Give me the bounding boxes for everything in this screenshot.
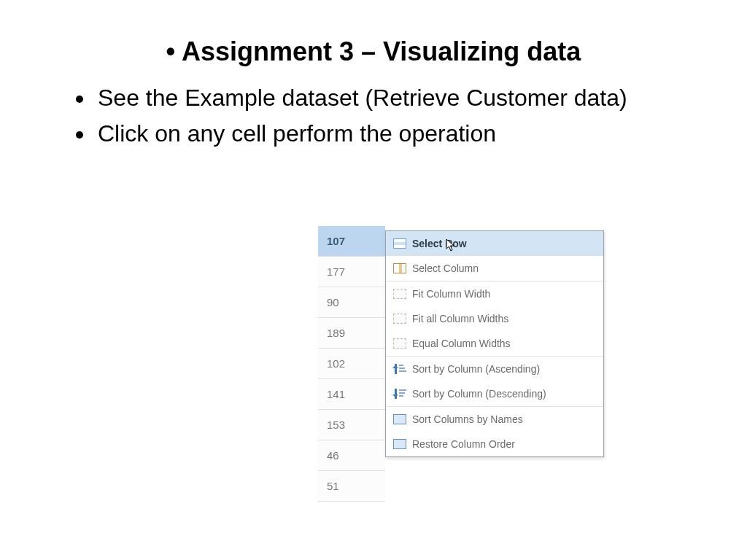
menu-item-label: Select Row xyxy=(412,238,467,249)
table-cell[interactable]: 90 xyxy=(318,287,385,318)
bullet-item: See the Example dataset (Retrieve Custom… xyxy=(95,82,681,114)
menu-item-sort-columns-by-names[interactable]: Sort Columns by Names xyxy=(386,407,603,432)
sort-asc-icon xyxy=(393,364,406,374)
table-cell[interactable]: 141 xyxy=(318,379,385,410)
menu-item-label: Fit Column Width xyxy=(412,288,490,300)
menu-item-equal-column-widths[interactable]: Equal Column Widths xyxy=(386,331,603,356)
table-cell[interactable]: 46 xyxy=(318,440,385,471)
bullet-item: Click on any cell perform the operation xyxy=(95,118,681,149)
context-menu: Select Row Select Column Fit Column Widt… xyxy=(385,230,604,457)
menu-item-label: Restore Column Order xyxy=(412,438,515,450)
menu-item-restore-column-order[interactable]: Restore Column Order xyxy=(386,432,603,456)
slide-title: Assignment 3 – Visualizing data xyxy=(66,35,681,69)
restore-order-icon xyxy=(393,439,406,449)
table-cell[interactable]: 107 xyxy=(318,226,385,257)
menu-item-label: Equal Column Widths xyxy=(412,338,511,349)
menu-item-label: Sort Columns by Names xyxy=(412,413,523,425)
title-area: Assignment 3 – Visualizing data xyxy=(0,35,747,69)
menu-item-label: Sort by Column (Descending) xyxy=(412,388,546,400)
menu-item-sort-asc[interactable]: Sort by Column (Ascending) xyxy=(386,357,603,381)
table-cell[interactable]: 153 xyxy=(318,410,385,440)
menu-item-label: Select Column xyxy=(412,262,479,274)
menu-item-fit-column-width[interactable]: Fit Column Width xyxy=(386,281,603,306)
bullet-list: See the Example dataset (Retrieve Custom… xyxy=(0,82,747,149)
table-cell[interactable]: 102 xyxy=(318,349,385,379)
sort-names-icon xyxy=(393,414,406,424)
menu-item-sort-desc[interactable]: Sort by Column (Descending) xyxy=(386,381,603,406)
fit-width-icon xyxy=(393,338,406,349)
slide: Assignment 3 – Visualizing data See the … xyxy=(0,0,747,560)
menu-item-label: Fit all Column Widths xyxy=(412,313,508,324)
select-column-icon xyxy=(393,263,406,273)
select-row-icon xyxy=(393,238,406,249)
fit-width-icon xyxy=(393,289,406,299)
sort-desc-icon xyxy=(393,389,406,399)
menu-item-select-row[interactable]: Select Row xyxy=(386,231,603,256)
table-cell[interactable]: 177 xyxy=(318,257,385,287)
menu-item-select-column[interactable]: Select Column xyxy=(386,256,603,281)
table-cell[interactable]: 189 xyxy=(318,318,385,349)
table-cell[interactable]: 51 xyxy=(318,471,385,502)
menu-item-label: Sort by Column (Ascending) xyxy=(412,363,540,375)
data-column: 107 177 90 189 102 141 153 46 51 xyxy=(318,226,385,502)
menu-item-fit-all-column-widths[interactable]: Fit all Column Widths xyxy=(386,306,603,331)
fit-width-icon xyxy=(393,314,406,324)
